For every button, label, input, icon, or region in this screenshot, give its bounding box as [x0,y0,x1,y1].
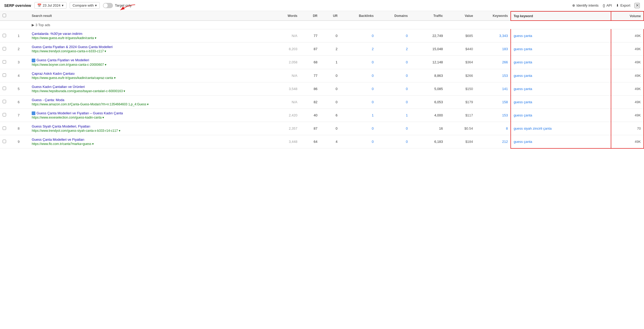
row-top-keyword[interactable]: guess çanta [511,82,611,95]
row-backlinks: 0 [340,29,376,43]
result-url[interactable]: https://www.amazon.com.tr/Çanta-Guess-Mo… [32,102,267,106]
ads-row: ▶ 3 Top ads [0,21,644,29]
result-title[interactable]: Guess Siyah Çanta Modelleri, Fiyatları [32,124,90,128]
result-title[interactable]: Çapraz Askılı Kadın Çantası [32,72,75,76]
header-search-result: Search result [29,11,270,21]
result-url[interactable]: https://www.hepsiburada.com/guess/bayan-… [32,89,267,93]
row-keywords[interactable]: 153 [476,109,511,122]
row-result: Guess Çanta Modelleri ve Fiyatları – Gue… [29,109,270,122]
row-keywords[interactable]: 266 [476,56,511,69]
row-checkbox[interactable] [3,47,6,50]
export-button[interactable]: ⬇ Export [616,3,630,7]
row-keywords[interactable]: 141 [476,82,511,95]
header-value: Value [446,11,476,21]
row-volume: 49K [611,43,644,56]
compare-with-button[interactable]: Compare with ▾ [70,2,100,9]
row-result: Guess Çanta Modelleri ve Fiyatlarıhttps:… [29,135,270,148]
result-title[interactable]: Guess Çanta Fiyatları & 2024 Guess Çanta… [32,45,112,49]
header-top-keyword: Top keyword [511,11,611,21]
row-number: 7 [15,109,29,122]
row-checkbox[interactable] [3,140,6,143]
compare-label: Compare with [73,3,94,7]
table-row: 8Guess Siyah Çanta Modelleri, Fiyatlarıh… [0,122,644,135]
row-checkbox[interactable] [3,60,6,64]
row-dr: 82 [300,95,320,109]
result-title[interactable]: Guess - Çanta: Moda [32,98,64,102]
page-title: SERP overview [4,3,31,8]
result-url[interactable]: https://www.trendyol.com/guess-siyah-can… [32,129,267,133]
row-top-keyword[interactable]: guess çanta [511,135,611,148]
row-result: Guess Kadın Çantalları ve Ürünlerihttps:… [29,82,270,95]
row-top-keyword[interactable]: guess siyah zincirli çanta [511,122,611,135]
row-domains: 0 [376,122,410,135]
row-checkbox[interactable] [3,100,6,103]
table-body: ▶ 3 Top ads 1Çantalarda -%30'ye varan in… [0,21,644,148]
export-icon: ⬇ [616,3,619,7]
identify-intents-button[interactable]: ⊕ Identify intents [572,3,599,7]
row-checkbox[interactable] [3,73,6,77]
row-words: 8,203 [270,43,300,56]
row-ur: 6 [320,109,340,122]
result-title[interactable]: Guess Çanta Modelleri ve Fiyatları [32,138,84,142]
result-url[interactable]: https://www.trendyol.com/guess-canta-x-b… [32,49,267,53]
row-domains: 1 [376,109,410,122]
row-checkbox-cell [0,135,15,148]
row-checkbox[interactable] [3,87,6,90]
row-keywords[interactable]: 3,343 [476,29,511,43]
result-title[interactable]: Guess Çanta Modelleri ve Fiyatları – Gue… [32,111,123,115]
header-checkbox-col [0,11,15,21]
select-all-checkbox[interactable] [3,14,6,17]
date-picker-button[interactable]: 📅 23 Jul 2024 ▾ [34,2,67,9]
row-top-keyword[interactable]: guess çanta [511,69,611,82]
row-domains: 0 [376,82,410,95]
row-backlinks: 0 [340,122,376,135]
result-url[interactable]: https://www.flo.com.tr/canta?marka=guess… [32,142,267,146]
result-url[interactable]: https://www.guess.eu/tr-tr/guess/kadin/c… [32,76,267,80]
row-traffic: 12,148 [410,56,446,69]
row-volume: 49K [611,109,644,122]
row-value: $117 [446,109,476,122]
row-keywords[interactable]: 212 [476,135,511,148]
row-number: 8 [15,122,29,135]
row-keywords[interactable]: 8 [476,122,511,135]
result-title[interactable]: Guess Çanta Fiyatları ve Modelleri [32,58,89,62]
expand-icon[interactable]: ▶ [32,23,34,27]
result-url[interactable]: https://www.exxeselection.com/guess-kadi… [32,116,267,119]
table-row: 5Guess Kadın Çantalları ve Ürünlerihttps… [0,82,644,95]
row-traffic: 4,000 [410,109,446,122]
row-dr: 64 [300,135,320,148]
row-checkbox-cell [0,109,15,122]
row-top-keyword[interactable]: guess çanta [511,29,611,43]
row-top-keyword[interactable]: guess çanta [511,43,611,56]
result-title[interactable]: Çantalarda -%30'ye varan indirim [32,32,82,36]
row-top-keyword[interactable]: guess çanta [511,109,611,122]
row-volume: 49K [611,29,644,43]
row-keywords[interactable]: 158 [476,95,511,109]
result-url[interactable]: https://www.guess.eu/tr-tr/guess/kadin/c… [32,36,267,40]
row-backlinks: 2 [340,43,376,56]
row-keywords[interactable]: 183 [476,43,511,56]
table-row: 9Guess Çanta Modelleri ve Fiyatlarıhttps… [0,135,644,148]
api-button[interactable]: {} API [603,3,612,7]
row-backlinks: 0 [340,95,376,109]
row-backlinks: 0 [340,135,376,148]
row-volume: 49K [611,95,644,109]
result-title[interactable]: Guess Kadın Çantalları ve Ürünleri [32,85,85,89]
row-value: $440 [446,43,476,56]
row-checkbox[interactable] [3,113,6,116]
row-backlinks: 1 [340,109,376,122]
row-checkbox[interactable] [3,34,6,37]
table-header-row: Search result Words DR UR Backlinks Doma… [0,11,644,21]
row-backlinks: 0 [340,69,376,82]
ads-check-cell [0,21,15,29]
result-url[interactable]: https://www.boyner.com.tr/guess-canta-c-… [32,63,267,67]
header-domains: Domains [376,11,410,21]
row-domains: 2 [376,43,410,56]
row-top-keyword[interactable]: guess çanta [511,95,611,109]
row-keywords[interactable]: 153 [476,69,511,82]
target-only-toggle[interactable] [103,3,113,8]
row-top-keyword[interactable]: guess çanta [511,56,611,69]
close-button[interactable]: ✕ [634,3,640,8]
row-checkbox[interactable] [3,126,6,130]
row-dr: 68 [300,56,320,69]
